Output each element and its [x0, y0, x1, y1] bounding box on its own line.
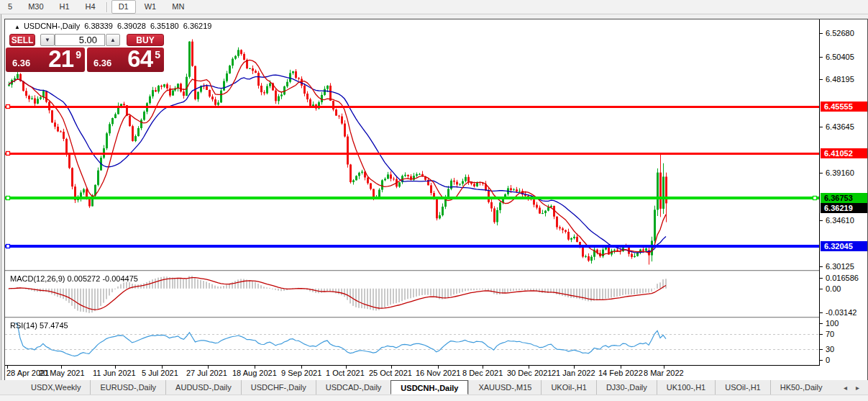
buy-price-tile[interactable]: 6.36 64 5 [87, 48, 164, 72]
chart-tab-xauusd-m15[interactable]: XAUUSD-,M15 [468, 380, 541, 395]
hline-price-badge: 6.45555 [821, 102, 867, 112]
timeframe-button-5[interactable]: 5 [1, 0, 19, 14]
chart-tab-usoil-h1[interactable]: USOil-,H1 [715, 380, 770, 395]
axis-corner [820, 366, 867, 379]
date-axis-label: 8 Mar 2022 [644, 369, 684, 377]
macd-tick-mark [820, 289, 823, 289]
date-axis-label: 27 Jul 2021 [186, 369, 227, 377]
timeframe-button-m30[interactable]: M30 [21, 0, 50, 14]
price-tick-mark [820, 127, 823, 127]
buy-button[interactable]: BUY [127, 34, 164, 46]
chart-tab-uk100-h1[interactable]: UK100-,H1 [657, 380, 715, 395]
price-tick-label: 6.43645 [826, 122, 854, 131]
date-axis-label: 14 Feb 2022 [598, 369, 643, 377]
price-axis[interactable]: 6.526806.504056.481956.436456.391606.346… [820, 19, 867, 365]
main-chart-pane: ▲USDCNH-,Daily 6.38339 6.39028 6.35180 6… [5, 19, 820, 270]
macd-tick-mark [820, 312, 823, 313]
timeframe-button-mn[interactable]: MN [165, 0, 191, 14]
hline-price-badge: 6.32045 [821, 241, 867, 251]
rsi-axis-label: 0 [826, 356, 830, 364]
price-tick-mark [820, 266, 823, 267]
chart-tab-ukoil-h1[interactable]: UKOil-,H1 [541, 380, 596, 395]
sell-price-big: 21 [48, 45, 73, 73]
chart-window: ▲USDCNH-,Daily 6.38339 6.39028 6.35180 6… [4, 19, 868, 381]
timeframe-button-h4[interactable]: H4 [78, 0, 103, 14]
price-tick-mark [820, 33, 823, 34]
rsi-pane: RSI(14) 57.4745 [5, 319, 820, 365]
macd-axis-label: -0.03142 [826, 308, 856, 317]
price-tick-mark [820, 220, 823, 221]
ohlc-low: 6.35180 [150, 22, 179, 30]
rsi-canvas[interactable] [5, 319, 820, 365]
price-tick-label: 6.30125 [826, 262, 854, 271]
volume-input[interactable] [55, 34, 105, 46]
buy-price-pip: 5 [155, 49, 160, 60]
date-axis-label: 16 Nov 2021 [416, 369, 460, 377]
current-price-badge: 6.36219 [821, 203, 867, 213]
timeframe-button-d1[interactable]: D1 [111, 0, 136, 14]
chart-tab-audusd-daily[interactable]: AUDUSD-,Daily [165, 380, 241, 395]
macd-tick-mark [820, 278, 823, 279]
rsi-axis-label: 100 [826, 319, 839, 328]
chart-tab-hk50-daily[interactable]: HK50-,Daily [770, 380, 832, 395]
date-axis-label: 18 Aug 2021 [232, 369, 277, 377]
chart-tab-usdchf-daily[interactable]: USDCHF-,Daily [241, 380, 316, 395]
collapse-triangle-icon[interactable]: ▲ [14, 24, 20, 30]
status-bar [0, 395, 868, 401]
date-axis-label: 30 Dec 2021 [507, 369, 552, 377]
trading-terminal: 5M30H1H4D1W1MN ▲USDCNH-,Daily 6.38339 6.… [0, 0, 868, 401]
date-axis-label: 8 Dec 2021 [462, 369, 503, 377]
timeframe-button-h1[interactable]: H1 [52, 0, 77, 14]
timeframe-button-w1[interactable]: W1 [137, 0, 164, 14]
date-axis-label: 9 Sep 2021 [281, 369, 321, 377]
date-axis-label: 5 Jul 2021 [142, 369, 178, 377]
date-axis-label: 21 Jan 2022 [552, 369, 595, 377]
price-tick-label: 6.39160 [826, 168, 854, 177]
date-axis-label: 25 Oct 2021 [369, 369, 412, 377]
price-tick-mark [820, 173, 823, 174]
price-tick-mark [820, 57, 823, 58]
tab-scroll-left-icon[interactable]: ◂ [839, 384, 851, 392]
rsi-tick-mark [820, 323, 823, 324]
rsi-axis-label: 70 [826, 330, 834, 338]
rsi-tick-mark [820, 349, 823, 350]
chart-tab-bar: USDX,WeeklyEURUSD-,DailyAUDUSD-,DailyUSD… [0, 380, 868, 395]
chart-tab-eurusd-daily[interactable]: EURUSD-,Daily [90, 380, 165, 395]
chart-tab-dj30-daily[interactable]: DJ30-,Daily [596, 380, 657, 395]
price-tick-label: 6.52680 [826, 29, 854, 37]
sell-button[interactable]: SELL [9, 34, 35, 46]
price-tick-label: 6.48195 [826, 75, 854, 84]
buy-price-prefix: 6.36 [93, 58, 111, 68]
rsi-tick-mark [820, 334, 823, 335]
tab-scroll-right-icon[interactable]: ▸ [851, 384, 864, 392]
date-axis[interactable]: 28 Apr 202120 May 202111 Jun 20215 Jul 2… [5, 365, 820, 379]
sell-price-tile[interactable]: 6.36 21 9 [6, 48, 85, 72]
chart-header: ▲USDCNH-,Daily 6.38339 6.39028 6.35180 6… [14, 22, 214, 30]
volume-decrease-icon[interactable]: ▼ [40, 34, 55, 46]
price-tick-label: 6.50405 [826, 53, 854, 61]
ohlc-high: 6.39028 [117, 22, 146, 30]
price-tick-mark [820, 79, 823, 80]
date-axis-label: 1 Oct 2021 [326, 369, 365, 377]
toolbar-separator [106, 2, 108, 12]
chart-tab-usdx-weekly[interactable]: USDX,Weekly [22, 380, 90, 395]
volume-increase-icon[interactable]: ▲ [106, 34, 120, 46]
rsi-axis-label: 30 [826, 345, 834, 353]
date-axis-label: 11 Jun 2021 [93, 369, 136, 377]
macd-pane: MACD(12,26,9) 0.005272 -0.004475 [5, 272, 820, 317]
date-axis-label: 20 May 2021 [39, 369, 85, 377]
tab-scroll-arrows: ◂▸ [839, 380, 868, 395]
rsi-label: RSI(14) 57.4745 [10, 321, 68, 330]
macd-label: MACD(12,26,9) 0.005272 -0.004475 [10, 274, 138, 283]
sell-price-prefix: 6.36 [12, 58, 30, 68]
rsi-tick-mark [820, 360, 823, 361]
chart-tab-usdcnh-daily[interactable]: USDCNH-,Daily [390, 380, 468, 395]
ohlc-open: 6.38339 [84, 22, 113, 30]
ohlc-close: 6.36219 [183, 22, 212, 30]
timeframe-toolbar: 5M30H1H4D1W1MN [0, 0, 868, 14]
symbol-label: USDCNH-,Daily [24, 22, 80, 30]
hline-price-badge: 6.41052 [821, 148, 867, 158]
chart-tab-usdcad-daily[interactable]: USDCAD-,Daily [316, 380, 391, 395]
buy-price-big: 64 [127, 45, 152, 73]
sell-price-pip: 9 [76, 49, 81, 60]
